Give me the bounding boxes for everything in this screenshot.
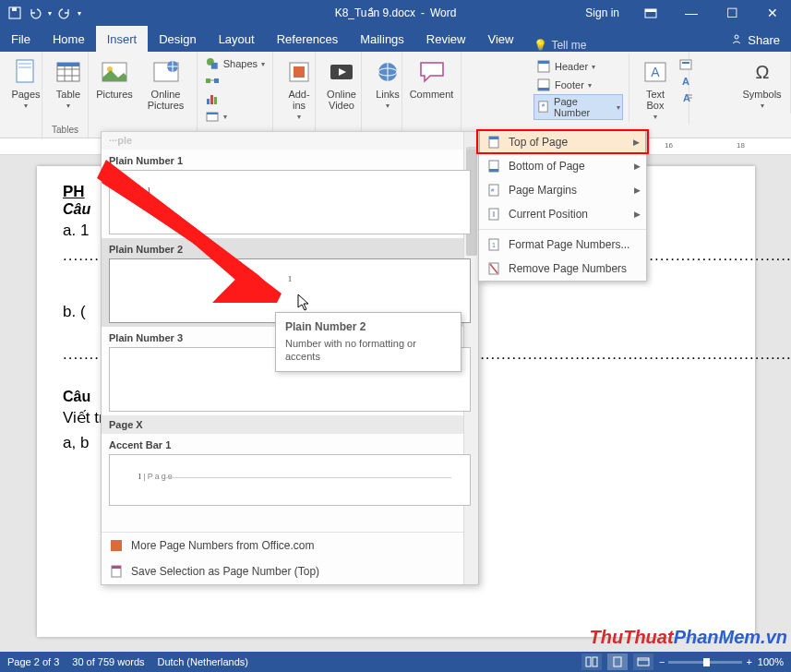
svg-rect-42 <box>680 60 691 69</box>
svg-rect-20 <box>206 78 210 83</box>
shapes-button[interactable]: Shapes▾ <box>203 55 267 72</box>
gallery-preview: 1 | Page <box>109 454 471 506</box>
gallery-item-accent-bar-1[interactable]: Accent Bar 1 1 | Page <box>102 434 478 510</box>
online-pictures-label: Online Pictures <box>144 89 187 111</box>
print-layout-button[interactable] <box>607 654 628 670</box>
symbols-button[interactable]: Ω Symbols ▾ <box>739 55 785 112</box>
table-button[interactable]: Table ▾ <box>48 55 89 112</box>
svg-text:A: A <box>651 65 660 79</box>
screenshot-button[interactable]: ▾ <box>203 108 267 125</box>
text-box-button[interactable]: A Text Box ▾ <box>638 55 673 123</box>
page-number-button[interactable]: #Page Number▾ <box>533 94 623 120</box>
save-icon[interactable] <box>7 6 22 20</box>
comment-icon <box>417 57 447 87</box>
menu-format-page-numbers[interactable]: 1 Format Page Numbers... <box>479 233 646 257</box>
read-mode-button[interactable] <box>581 654 602 670</box>
tab-design[interactable]: Design <box>148 26 207 52</box>
menu-bottom-of-page[interactable]: Bottom of Page ▶ <box>479 154 646 178</box>
quick-parts-icon[interactable] <box>678 57 693 72</box>
status-bar: Page 2 of 3 30 of 759 words Dutch (Nethe… <box>0 652 791 672</box>
redo-icon[interactable] <box>57 6 72 20</box>
zoom-out-button[interactable]: − <box>659 656 665 667</box>
wordart-icon[interactable]: A <box>678 74 693 89</box>
watermark-part1: ThuThuat <box>590 627 674 647</box>
tab-home[interactable]: Home <box>42 26 96 52</box>
pictures-button[interactable]: Pictures <box>94 55 135 102</box>
chevron-right-icon: ▶ <box>633 138 640 147</box>
zoom-in-button[interactable]: + <box>746 656 751 667</box>
gallery-item-label: Accent Bar 1 <box>109 438 471 452</box>
zoom-track[interactable] <box>668 661 742 664</box>
menu-label: Page Margins <box>509 184 577 197</box>
app-name: Word <box>430 6 456 19</box>
svg-rect-1 <box>12 7 17 11</box>
chart-button[interactable] <box>203 90 267 107</box>
svg-rect-52 <box>489 169 498 172</box>
shapes-icon <box>205 56 220 71</box>
undo-icon[interactable] <box>28 6 42 20</box>
smartart-icon <box>205 74 220 89</box>
sign-in-link[interactable]: Sign in <box>576 6 629 19</box>
pictures-icon <box>100 57 129 87</box>
minimize-button[interactable]: — <box>673 0 710 26</box>
tell-me-search[interactable]: 💡 Tell me <box>524 39 595 52</box>
chevron-right-icon: ▶ <box>634 162 641 171</box>
drop-cap-icon[interactable]: A <box>678 90 693 105</box>
ribbon-display-options-button[interactable] <box>632 0 669 26</box>
online-pictures-icon <box>151 57 181 87</box>
tab-view[interactable]: View <box>476 26 524 52</box>
chart-icon <box>205 91 220 106</box>
menu-current-position[interactable]: Current Position ▶ <box>479 202 646 226</box>
zoom-slider[interactable]: − + <box>659 656 752 667</box>
web-layout-button[interactable] <box>633 654 653 670</box>
maximize-button[interactable]: ☐ <box>713 0 750 26</box>
share-label: Share <box>748 33 780 47</box>
tab-mailings[interactable]: Mailings <box>349 26 415 52</box>
header-button[interactable]: Header▾ <box>533 57 623 76</box>
svg-rect-3 <box>645 9 656 12</box>
menu-label: Top of Page <box>509 136 568 149</box>
qat-customize-icon[interactable]: ▾ <box>78 9 81 18</box>
menu-page-margins[interactable]: # Page Margins ▶ <box>479 178 646 202</box>
menu-label: Format Page Numbers... <box>509 238 629 251</box>
footer-button[interactable]: Footer▾ <box>533 76 623 94</box>
svg-rect-66 <box>593 657 597 666</box>
tab-layout[interactable]: Layout <box>208 26 266 52</box>
smartart-button[interactable] <box>203 73 267 90</box>
menu-top-of-page[interactable]: Top of Page ▶ <box>479 130 646 154</box>
tab-review[interactable]: Review <box>415 26 477 52</box>
status-word-count[interactable]: 30 of 759 words <box>72 656 144 667</box>
addins-button[interactable]: Add-ins ▾ <box>279 55 319 123</box>
shapes-label: Shapes <box>223 58 258 69</box>
tab-file[interactable]: File <box>0 26 42 52</box>
menu-label: Current Position <box>509 208 588 221</box>
office-icon <box>109 538 124 553</box>
svg-rect-29 <box>294 66 305 78</box>
tab-insert[interactable]: Insert <box>96 26 149 52</box>
gallery-item-plain-1[interactable]: Plain Number 1 1 <box>102 150 478 238</box>
video-icon <box>327 57 356 87</box>
svg-rect-65 <box>586 657 591 666</box>
status-language[interactable]: Dutch (Netherlands) <box>158 656 248 667</box>
online-pictures-button[interactable]: Online Pictures <box>140 55 191 113</box>
save-selection-button[interactable]: Save Selection as Page Number (Top) <box>102 558 478 584</box>
comment-button[interactable]: Comment <box>408 55 455 102</box>
tab-references[interactable]: References <box>266 26 349 52</box>
undo-dropdown-icon[interactable]: ▾ <box>48 9 52 18</box>
online-video-button[interactable]: Online Video <box>321 55 362 113</box>
zoom-thumb[interactable] <box>703 658 710 666</box>
chevron-right-icon: ▶ <box>634 186 641 195</box>
close-button[interactable]: ✕ <box>754 0 791 26</box>
title-separator: - <box>421 6 425 19</box>
share-button[interactable]: Share <box>719 29 791 52</box>
status-page[interactable]: Page 2 of 3 <box>7 656 59 667</box>
svg-rect-61 <box>111 540 122 551</box>
pages-button[interactable]: Pages ▾ <box>6 55 46 112</box>
more-page-numbers-link[interactable]: More Page Numbers from Office.com ▶ <box>102 533 478 558</box>
menu-remove-page-numbers[interactable]: Remove Page Numbers <box>479 257 646 281</box>
header-footer-group: Header▾ Footer▾ #Page Number▾ <box>528 54 629 122</box>
pages-icon <box>11 57 41 87</box>
menu-label: Bottom of Page <box>509 160 585 173</box>
comment-label: Comment <box>410 89 454 100</box>
zoom-level[interactable]: 100% <box>758 656 784 667</box>
